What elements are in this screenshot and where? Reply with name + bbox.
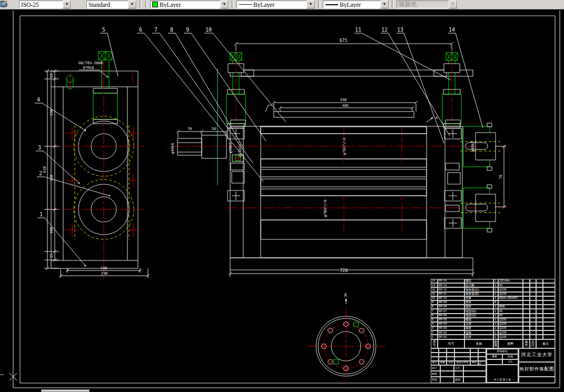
plot-style-dropdown-arrow: ▼ [449,1,457,8]
balloon-14: 14 [448,27,483,128]
dim-100: 100 [50,227,54,234]
linetype-glyph [239,4,252,5]
balloon-1: 1 [37,212,86,266]
lineweight-dropdown-arrow[interactable]: ▼ [380,1,389,8]
front-centerlines [45,59,144,280]
svg-text:12: 12 [381,27,388,33]
text-style-value: Standard [87,2,128,8]
table-row: 3RF-03轴套2Q235 [431,326,555,330]
section-a-view: A [306,293,385,384]
university-name: 河北工业大学 [519,348,555,362]
dim-style-value: ISO-25 [19,2,63,8]
svg-text:10: 10 [205,27,212,33]
table-row: 1RF-01机架1Q235 [431,335,555,339]
dim-phi70-bottom: φ70H7/r6 [323,199,328,217]
table-row: 6RF-06端盖(左)145 [431,314,555,318]
sheet-note: 共 1 张 第 1 张 [487,365,518,383]
balloon-6: 6 [137,27,263,182]
autocad-window: { "toolbar": { "dim_style": "ISO-25", "t… [0,0,564,392]
properties-toolbar: ISO-25 ▼ Standard ▼ ByLayer ▼ ByLayer ▼ … [0,0,564,9]
svg-text:3: 3 [38,145,41,150]
text-style-dropdown-arrow[interactable]: ▼ [128,1,136,8]
dim-405: 405 [342,104,349,108]
text-style-combo[interactable]: Standard ▼ [86,1,137,8]
linetype-value: ByLayer [252,2,306,8]
color-dropdown-arrow[interactable]: ▼ [220,1,229,8]
lineweight-value: ByLayer [338,2,380,8]
section-a-label: A [344,293,347,298]
scrollbar-thumb[interactable] [41,389,90,392]
gb-note-label: GB/T65-2000 [78,61,103,65]
balloon-13: 13 [397,27,444,143]
dim-50: 50 [212,127,216,131]
dim-230: 230 [101,272,108,276]
dim-675: 675 [340,38,348,43]
toolbar-separator [392,1,394,8]
dim-phi50k6: φ50k6 [229,142,233,153]
spring-front [93,93,117,119]
toolbar-separator [140,1,142,8]
inner-plate-dims: 450 405 [265,98,418,117]
text-style-icon[interactable] [73,0,85,9]
color-swatch [152,2,158,7]
svg-text:11: 11 [355,27,361,33]
dim-76: 76 [499,175,503,179]
scale-label: 比例 [502,354,518,359]
dim-15-bottom: 15 [50,254,54,258]
table-row: 9RF-09套筒8 [431,300,555,305]
svg-text:4: 4 [37,97,40,103]
table-row: 5RF-05螺母1Q235 [431,318,555,322]
svg-text:8: 8 [170,27,173,33]
table-row: 14RF-14螺栓215CrMo [431,279,555,283]
table-row: 10RF-10弹簧165Mn GB4357 [431,296,555,300]
table-row: 11RF-11轴承盖(右)1Q235 [431,292,555,296]
weight-label: 重量 [487,354,502,359]
balloon-11: 11 [354,27,451,80]
dim-70: 70 [187,127,192,131]
toolbar-separator [145,1,147,8]
linetype-dropdown-arrow[interactable]: ▼ [306,1,315,8]
color-value: ByLayer [158,2,220,8]
linetype-combo[interactable]: ByLayer ▼ [236,1,315,8]
balloon-2: 2 [37,170,110,196]
svg-text:1: 1 [39,212,43,217]
table-row: 12RF-12轴承盖(左)1Q235 [431,287,555,292]
balloon-3: 3 [36,145,80,184]
balloon-4: 4 [35,97,86,131]
front-view: 15 150 150 100 15 610 190 230 GB/T65-200… [43,52,150,280]
color-combo[interactable]: ByLayer ▼ [150,1,229,8]
section-arrow: A [427,116,438,122]
toolbar-separator [318,1,320,8]
dim-phi40k7: φ40k7 [471,140,475,152]
signature-grid: 设计 工艺 校核 审核 批准 [431,365,486,383]
main-section-view: 675 [171,38,507,277]
svg-text:6: 6 [139,27,142,33]
lineweight-combo[interactable]: ByLayer ▼ [323,1,389,8]
svg-text:9: 9 [186,27,189,33]
drawing-title: 热封部件装配图 [519,362,555,377]
dim-150-b: 150 [50,175,54,182]
toolbar-separator [232,1,234,8]
balloon-12: 12 [381,27,450,136]
table-row: 2RF-02辊轴1Q235 [431,330,555,335]
svg-text:5: 5 [102,27,105,33]
title-block-empty-cell [519,377,555,383]
svg-text:13: 13 [397,27,403,33]
stage-label: 阶段标记 [487,349,518,354]
dim-style-dropdown-arrow[interactable]: ▼ [63,1,71,8]
horizontal-scrollbar[interactable] [0,389,564,392]
plot-style-value: 随颜色 [397,1,449,8]
svg-text:7: 7 [154,27,157,33]
scale-block: 阶段标记 重量 比例 1:2 共 1 张 第 1 张 [486,348,519,383]
parts-header: 序号 代号 名称 数量 材料 单件 总计 备注 [431,339,555,348]
m10-note-label: 8*M10 [83,66,94,70]
parts-rows: 14RF-14螺栓215CrMo13RF-13防尘圈14012RF-12轴承盖(… [431,279,555,339]
lineweight-glyph [325,4,338,5]
dim-phi40k6: φ40k6 [171,143,175,154]
dim-190: 190 [101,266,107,270]
scale-value: 1:2 [502,359,518,365]
table-row: 7RF-07端盖(右)145 [431,309,555,313]
dim-style-combo[interactable]: ISO-25 ▼ [19,1,72,8]
front-bottom-dims: 190 230 [59,266,150,278]
svg-text:2: 2 [39,170,42,176]
